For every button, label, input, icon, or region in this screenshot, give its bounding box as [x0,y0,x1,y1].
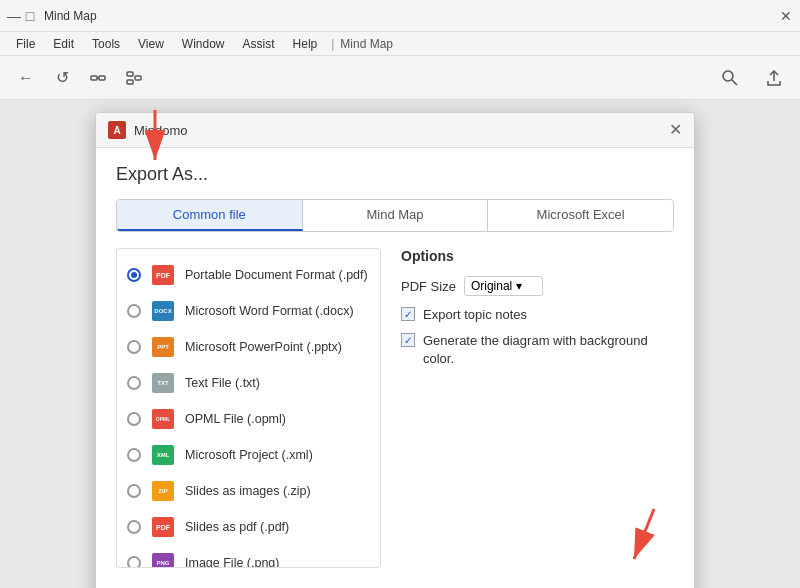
file-format-list: PDF Portable Document Format (.pdf) DOCX… [116,248,381,568]
menu-help[interactable]: Help [285,35,326,53]
export-notes-checkbox[interactable]: ✓ [401,307,415,321]
svg-rect-1 [99,76,105,80]
opml-label: OPML File (.opml) [185,412,286,426]
annotation-arrow2 [594,499,674,579]
close-button[interactable]: ✕ [780,10,792,22]
radio-zip[interactable] [127,484,141,498]
list-item[interactable]: OPML OPML File (.opml) [117,401,380,437]
list-item[interactable]: PDF Portable Document Format (.pdf) [117,257,380,293]
dialog-body: Export As... Common file Mind Map Micros… [96,148,694,584]
dialog-content: PDF Portable Document Format (.pdf) DOCX… [116,248,674,568]
dropdown-arrow-icon: ▾ [516,279,522,293]
list-item[interactable]: PDF Slides as pdf (.pdf) [117,509,380,545]
dialog-logo: A [108,121,126,139]
list-item[interactable]: ZIP Slides as images (.zip) [117,473,380,509]
menubar: File Edit Tools View Window Assist Help … [0,32,800,56]
menu-app-name: Mind Map [340,37,393,51]
dialog-header: A Mindomo ✕ [96,113,694,148]
share-icon[interactable] [760,64,788,92]
zip-icon: ZIP [151,479,175,503]
pdf-size-row: PDF Size Original ▾ [401,276,674,296]
background-color-checkbox[interactable]: ✓ [401,333,415,347]
export-title: Export As... [116,164,674,185]
radio-pdf[interactable] [127,268,141,282]
titlebar: — □ Mind Map ✕ [0,0,800,32]
list-item[interactable]: TXT Text File (.txt) [117,365,380,401]
radio-txt[interactable] [127,376,141,390]
txt-label: Text File (.txt) [185,376,260,390]
group-button[interactable] [84,64,112,92]
export-dialog: A Mindomo ✕ Export As... Common file Min… [95,112,695,588]
dialog-title: Mindomo [134,123,187,138]
forward-button[interactable]: ↺ [48,64,76,92]
pdf-label: Portable Document Format (.pdf) [185,268,368,282]
pdf-icon: PDF [151,263,175,287]
app-title: Mind Map [44,9,97,23]
radio-pdf2[interactable] [127,520,141,534]
layout-button[interactable] [120,64,148,92]
tab-common-file[interactable]: Common file [117,200,303,231]
radio-pptx[interactable] [127,340,141,354]
png-icon: PNG [151,551,175,568]
export-notes-row: ✓ Export topic notes [401,306,674,324]
background-color-row: ✓ Generate the diagram with background c… [401,332,674,368]
svg-rect-3 [127,72,133,76]
list-item[interactable]: PNG Image File (.png) [117,545,380,568]
docx-label: Microsoft Word Format (.docx) [185,304,354,318]
pdf-size-label: PDF Size [401,279,456,294]
menu-tools[interactable]: Tools [84,35,128,53]
zip-label: Slides as images (.zip) [185,484,311,498]
tab-mind-map[interactable]: Mind Map [303,200,489,231]
menu-window[interactable]: Window [174,35,233,53]
toolbar-left: ← ↺ [12,64,148,92]
list-item[interactable]: DOCX Microsoft Word Format (.docx) [117,293,380,329]
titlebar-controls: ✕ [780,10,792,22]
options-panel: Options PDF Size Original ▾ ✓ Export top… [401,248,674,568]
export-tabs: Common file Mind Map Microsoft Excel [116,199,674,232]
dialog-close-button[interactable]: ✕ [669,122,682,138]
options-title: Options [401,248,674,264]
pdf2-icon: PDF [151,515,175,539]
radio-docx[interactable] [127,304,141,318]
svg-line-11 [634,509,654,559]
radio-xml[interactable] [127,448,141,462]
menu-edit[interactable]: Edit [45,35,82,53]
txt-icon: TXT [151,371,175,395]
list-item[interactable]: XML Microsoft Project (.xml) [117,437,380,473]
menu-assist[interactable]: Assist [235,35,283,53]
svg-rect-5 [135,76,141,80]
opml-icon: OPML [151,407,175,431]
pptx-icon: PPT [151,335,175,359]
svg-rect-0 [91,76,97,80]
search-icon[interactable] [716,64,744,92]
dialog-footer: Export Cancel [96,584,694,588]
toolbar-right [716,64,788,92]
svg-point-6 [723,71,733,81]
menu-file[interactable]: File [8,35,43,53]
pdf2-label: Slides as pdf (.pdf) [185,520,289,534]
radio-png[interactable] [127,556,141,568]
menu-view[interactable]: View [130,35,172,53]
background-color-label: Generate the diagram with background col… [423,332,674,368]
toolbar: ← ↺ [0,56,800,100]
pptx-label: Microsoft PowerPoint (.pptx) [185,340,342,354]
xml-label: Microsoft Project (.xml) [185,448,313,462]
list-item[interactable]: PPT Microsoft PowerPoint (.pptx) [117,329,380,365]
pdf-size-select[interactable]: Original ▾ [464,276,543,296]
docx-icon: DOCX [151,299,175,323]
minimize-button[interactable]: — [8,10,20,22]
export-notes-label: Export topic notes [423,306,527,324]
dialog-header-left: A Mindomo [108,121,187,139]
maximize-button[interactable]: □ [24,10,36,22]
main-content: A Mindomo ✕ Export As... Common file Min… [0,100,800,588]
tab-microsoft-excel[interactable]: Microsoft Excel [488,200,673,231]
back-button[interactable]: ← [12,64,40,92]
titlebar-left: — □ Mind Map [8,9,97,23]
radio-opml[interactable] [127,412,141,426]
xml-icon: XML [151,443,175,467]
pdf-size-value: Original [471,279,512,293]
png-label: Image File (.png) [185,556,279,568]
svg-rect-4 [127,80,133,84]
menu-separator: | [327,37,338,51]
svg-line-7 [732,80,737,85]
